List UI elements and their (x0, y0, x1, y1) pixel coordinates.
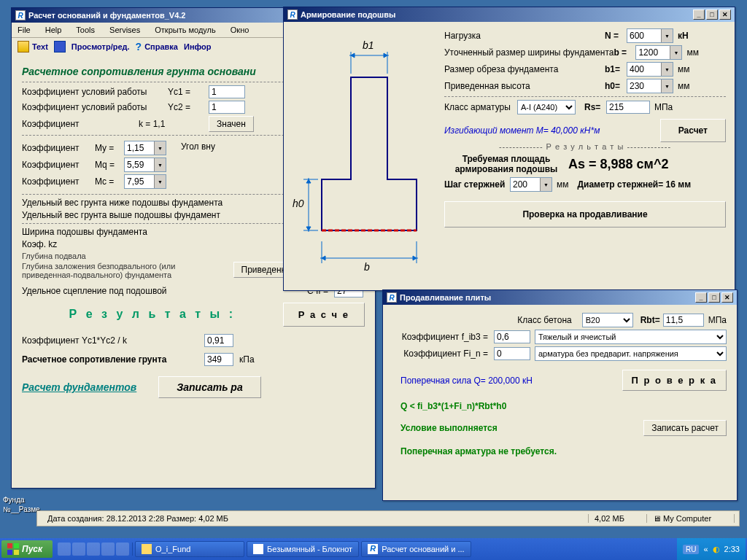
load-unit: кН (678, 31, 689, 41)
chevron-down-icon[interactable]: ▼ (154, 141, 166, 155)
taskbar: Пуск O_i_Fund Безымянный - Блокнот RРасч… (0, 538, 747, 560)
mq-combobox[interactable]: ▼ (124, 158, 166, 172)
quick-launch-item[interactable] (58, 542, 71, 556)
save-icon[interactable] (54, 41, 66, 52)
desktop-icon[interactable]: Фунда (3, 496, 46, 504)
k-button[interactable]: Значен (209, 116, 254, 132)
menu-file[interactable]: File (15, 24, 34, 36)
width-input[interactable] (636, 47, 670, 58)
height-combobox[interactable]: ▼ (627, 79, 673, 93)
taskbar-task[interactable]: RРасчет оснований и ... (361, 541, 471, 557)
punch-check-button[interactable]: Проверка на продавливание (444, 201, 726, 228)
my-input[interactable] (125, 142, 154, 154)
clock[interactable]: 2:33 (724, 545, 740, 553)
height-input[interactable] (627, 80, 661, 92)
req-area-label: Требуемая площадь армирования подошвы (444, 154, 568, 174)
close-icon[interactable]: ✕ (719, 9, 731, 20)
check-button[interactable]: П р о в е р к а (622, 370, 727, 391)
tray-icon[interactable]: « (703, 545, 708, 553)
taskbar-task[interactable]: Безымянный - Блокнот (247, 541, 359, 557)
menu-tools[interactable]: Tools (73, 24, 98, 36)
width-label: Уточненный размер ширины фундамента (444, 47, 614, 58)
resistance-label: Расчетное сопротивление грунта (22, 354, 204, 365)
mc-input[interactable] (125, 176, 154, 187)
shear-force-label: Поперечная сила Q= 200,000 кН (400, 376, 622, 386)
mc-symbol: Mc = (95, 176, 124, 187)
language-indicator[interactable]: RU (683, 545, 699, 554)
load-combobox[interactable]: ▼ (627, 28, 673, 43)
quick-launch-item[interactable] (116, 542, 129, 556)
minimize-icon[interactable]: _ (693, 9, 705, 20)
concrete-select[interactable]: B20 (582, 313, 633, 327)
window-title: Расчет оснований и фундаментов_V4.2 (28, 11, 186, 20)
toolbar-preview[interactable]: Просмотр/ред. (71, 42, 130, 51)
step-combobox[interactable]: ▼ (510, 177, 552, 192)
minimize-icon[interactable]: _ (695, 292, 707, 303)
fib3-input[interactable] (494, 330, 530, 343)
results-header: Р е з у л ь т а т ы : (22, 308, 283, 321)
chevron-down-icon[interactable]: ▼ (154, 158, 166, 171)
chevron-down-icon[interactable]: ▼ (670, 46, 681, 59)
fib3-select[interactable]: Тяжелый и ячеистый (535, 330, 727, 344)
chevron-down-icon[interactable]: ▼ (154, 175, 166, 188)
toolbar-help[interactable]: ?Справка (136, 41, 178, 52)
toolbar-text[interactable]: Text (18, 41, 48, 52)
close-icon[interactable]: ✕ (721, 292, 733, 303)
menu-servises[interactable]: Servises (107, 24, 143, 36)
step-input[interactable] (511, 179, 540, 190)
notepad-icon (253, 544, 263, 554)
chevron-down-icon[interactable]: ▼ (661, 63, 673, 76)
cut-input[interactable] (627, 63, 661, 75)
yc2-input[interactable] (209, 101, 245, 114)
status-created: Дата создания: 28.12.2013 2:28 Размер: 4… (42, 514, 589, 523)
coef-result-input[interactable] (204, 334, 233, 347)
cut-combobox[interactable]: ▼ (627, 62, 673, 77)
calc-foundations-link[interactable]: Расчет фундаментов (22, 381, 136, 393)
fin-select[interactable]: арматура без предварит. напряжения (535, 346, 727, 361)
menu-help[interactable]: Help (42, 24, 65, 36)
folder-icon (142, 544, 152, 554)
mc-label: Коэффициент (22, 176, 95, 187)
rs-input[interactable] (606, 101, 650, 114)
coef-result-label: Коэффициент Yc1*Yc2 / k (22, 335, 204, 346)
k-symbol: k = 1,1 (139, 119, 209, 129)
quick-launch-item[interactable] (72, 542, 85, 556)
step-label: Шаг стержней (444, 179, 510, 190)
maximize-icon[interactable]: □ (708, 292, 720, 303)
rbt-input[interactable] (663, 314, 704, 327)
yc1-input[interactable] (209, 85, 245, 98)
mc-combobox[interactable]: ▼ (124, 174, 166, 189)
menu-window[interactable]: Окно (228, 24, 252, 36)
taskbar-task[interactable]: O_i_Fund (135, 541, 244, 557)
maximize-icon[interactable]: □ (706, 9, 718, 20)
chevron-down-icon[interactable]: ▼ (540, 178, 551, 191)
app-icon: R (15, 10, 26, 20)
width-combobox[interactable]: ▼ (635, 45, 682, 60)
diameter-label: Диаметр стержней= 16 мм (578, 179, 692, 190)
titlebar[interactable]: R Продавливание плиты _ □ ✕ (383, 290, 737, 305)
calc-button[interactable]: Р а с ч е (283, 303, 365, 327)
foundation-diagram: b1 h0 b (293, 26, 438, 274)
cut-unit: мм (678, 64, 690, 74)
titlebar[interactable]: R Армирование подошвы _ □ ✕ (284, 7, 735, 22)
punching-window: R Продавливание плиты _ □ ✕ Класс бетона… (382, 289, 738, 501)
chevron-down-icon[interactable]: ▼ (661, 29, 673, 42)
tray-icon[interactable]: ◐ (713, 545, 720, 554)
mq-input[interactable] (125, 159, 154, 171)
resistance-input[interactable] (204, 353, 233, 366)
calc-button[interactable]: Расчет (660, 119, 726, 142)
save-calc-button[interactable]: Записать расчет (643, 420, 727, 436)
quick-launch-item[interactable] (87, 542, 100, 556)
rebar-select[interactable]: A-I (A240) (517, 100, 576, 114)
system-tray: RU « ◐ 2:33 (677, 538, 746, 560)
toolbar-info[interactable]: Инфор (184, 42, 211, 51)
quick-launch-item[interactable] (101, 542, 115, 556)
my-combobox[interactable]: ▼ (124, 141, 166, 155)
menu-open-module[interactable]: Открыть модуль (152, 24, 219, 36)
chevron-down-icon[interactable]: ▼ (661, 79, 673, 93)
load-input[interactable] (627, 30, 661, 42)
save-results-button[interactable]: Записать ра (158, 376, 260, 398)
start-button[interactable]: Пуск (1, 540, 53, 558)
fin-input[interactable] (494, 347, 530, 360)
yc2-symbol: Yc2 = (168, 102, 209, 112)
